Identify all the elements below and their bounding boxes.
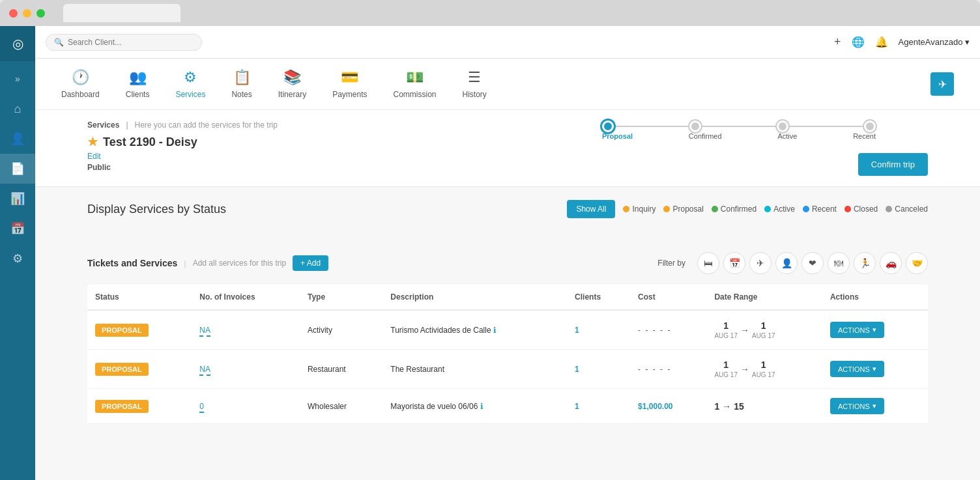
row1-actions: ACTIONS ▾ <box>822 310 928 350</box>
proposal-dot <box>663 206 670 212</box>
row1-description: Turismo Actividades de Calle ℹ <box>382 310 567 350</box>
row3-type: Wholesaler <box>300 389 382 424</box>
tab-itinerary-label: Itinerary <box>278 90 306 99</box>
minimize-dot[interactable] <box>23 9 31 18</box>
date-to-day-3: 15 <box>734 401 744 412</box>
row2-status: PROPOSAL <box>87 350 192 389</box>
info-icon-1[interactable]: ℹ <box>493 326 497 335</box>
row3-status: PROPOSAL <box>87 389 192 424</box>
filter-car-icon[interactable]: 🚗 <box>880 252 902 274</box>
invoice-na-3[interactable]: 0 <box>199 402 204 413</box>
info-icon-3[interactable]: ℹ <box>480 402 483 411</box>
sidebar-item-documents[interactable]: 📄 <box>0 154 35 184</box>
tab-notes-label: Notes <box>231 90 252 99</box>
progress-step-confirmed[interactable] <box>689 120 701 132</box>
filter-canceled[interactable]: Canceled <box>886 205 928 214</box>
col-cost: Cost <box>630 285 706 310</box>
filter-recent[interactable]: Recent <box>803 205 837 214</box>
actions-button-3[interactable]: ACTIONS ▾ <box>830 398 884 414</box>
sidebar-item-home[interactable]: ⌂ <box>0 94 35 124</box>
filter-inquiry[interactable]: Inquiry <box>623 205 656 214</box>
sidebar-item-calendar[interactable]: 📅 <box>0 214 35 244</box>
tab-clients[interactable]: 👥 Clients <box>126 69 150 99</box>
filter-confirmed[interactable]: Confirmed <box>712 205 757 214</box>
row3-actions: ACTIONS ▾ <box>822 389 928 424</box>
commission-icon: 💵 <box>406 69 424 86</box>
filter-active[interactable]: Active <box>764 205 795 214</box>
globe-icon[interactable]: 🌐 <box>852 36 865 48</box>
progress-step-recent[interactable] <box>864 120 876 132</box>
date-to-day-2: 1 <box>752 359 775 371</box>
actions-chevron-2: ▾ <box>872 365 876 373</box>
filter-handshake-icon[interactable]: 🤝 <box>906 252 928 274</box>
actions-button-1[interactable]: ACTIONS ▾ <box>830 322 884 338</box>
actions-button-2[interactable]: ACTIONS ▾ <box>830 361 884 377</box>
sidebar-item-reports[interactable]: 📊 <box>0 184 35 214</box>
filter-person-icon[interactable]: 👤 <box>775 252 798 274</box>
browser-tab[interactable] <box>63 4 180 22</box>
progress-label-proposal: Proposal <box>602 132 633 140</box>
filter-heart-icon[interactable]: ❤ <box>801 252 824 274</box>
clients-count-3: 1 <box>575 402 579 411</box>
tab-services-label: Services <box>175 90 205 99</box>
tab-itinerary[interactable]: 📚 Itinerary <box>278 69 306 99</box>
date-to-day-1: 1 <box>752 320 775 332</box>
star-icon: ★ <box>87 135 98 149</box>
edit-link[interactable]: Edit <box>87 152 602 161</box>
add-service-button[interactable]: + Add <box>293 255 328 271</box>
active-label: Active <box>773 205 795 214</box>
row3-cost: $1,000.00 <box>630 389 706 424</box>
filter-by-label: Filter by <box>657 259 685 268</box>
table-header-row: Status No. of Invoices Type Description … <box>87 285 928 310</box>
status-badge-proposal2: PROPOSAL <box>95 363 149 376</box>
date-from-month-2: AUG 17 <box>714 371 738 379</box>
col-daterange: Date Range <box>706 285 822 310</box>
tab-commission[interactable]: 💵 Commission <box>394 69 437 99</box>
filter-restaurant-icon[interactable]: 🍽 <box>828 252 850 274</box>
filter-calendar-icon[interactable]: 📅 <box>723 252 745 274</box>
tab-dashboard-label: Dashboard <box>61 90 100 99</box>
show-all-button[interactable]: Show All <box>567 200 615 218</box>
progress-step-proposal[interactable] <box>602 120 614 132</box>
filter-activity-icon[interactable]: 🏃 <box>854 252 876 274</box>
user-name[interactable]: AgenteAvanzado ▾ <box>899 37 970 47</box>
confirm-trip-button[interactable]: Confirm trip <box>858 153 928 176</box>
recent-label: Recent <box>812 205 837 214</box>
tab-services[interactable]: ⚙ Services <box>175 69 205 99</box>
col-actions: Actions <box>822 285 928 310</box>
tab-payments-label: Payments <box>332 90 367 99</box>
right-panel-button[interactable]: ✈ <box>930 72 954 96</box>
add-icon[interactable]: + <box>834 35 841 49</box>
invoice-na-2[interactable]: NA <box>199 365 210 376</box>
close-dot[interactable] <box>9 9 18 18</box>
row2-type: Restaurant <box>300 350 382 389</box>
trip-header: Services | Here you can add the services… <box>35 110 980 187</box>
progress-labels: Proposal Confirmed Active Recent <box>602 132 876 140</box>
tab-history[interactable]: ☰ History <box>463 69 487 99</box>
progress-step-active[interactable] <box>777 120 788 132</box>
tickets-subtitle: Add all services for this trip <box>193 259 286 268</box>
filter-flight-icon[interactable]: ✈ <box>749 252 771 274</box>
filter-proposal[interactable]: Proposal <box>663 205 703 214</box>
services-header: Display Services by Status Show All Inqu… <box>87 200 928 218</box>
progress-section: Proposal Confirmed Active Recent Confirm… <box>602 120 928 176</box>
row2-description: The Restaurant <box>382 350 567 389</box>
tab-notes[interactable]: 📋 Notes <box>231 69 252 99</box>
tab-dashboard[interactable]: 🕐 Dashboard <box>61 69 100 99</box>
maximize-dot[interactable] <box>36 9 45 18</box>
tab-payments[interactable]: 💳 Payments <box>332 69 367 99</box>
invoice-na-1[interactable]: NA <box>199 326 210 337</box>
top-bar-right: + 🌐 🔔 AgenteAvanzado ▾ <box>834 35 970 49</box>
sidebar-item-person[interactable]: 👤 <box>0 124 35 154</box>
cost-amount-3: $1,000.00 <box>638 402 672 411</box>
search-input[interactable] <box>68 38 185 47</box>
display-services-title: Display Services by Status <box>87 203 226 216</box>
sidebar-expand[interactable]: » <box>0 64 35 94</box>
filter-closed[interactable]: Closed <box>844 205 878 214</box>
filter-hotel-icon[interactable]: 🛏 <box>697 252 719 274</box>
closed-dot <box>844 206 851 212</box>
sidebar-item-settings[interactable]: ⚙ <box>0 244 35 274</box>
bell-icon[interactable]: 🔔 <box>875 36 888 48</box>
search-box[interactable]: 🔍 <box>46 34 202 51</box>
date-to-month-2: AUG 17 <box>752 371 775 379</box>
